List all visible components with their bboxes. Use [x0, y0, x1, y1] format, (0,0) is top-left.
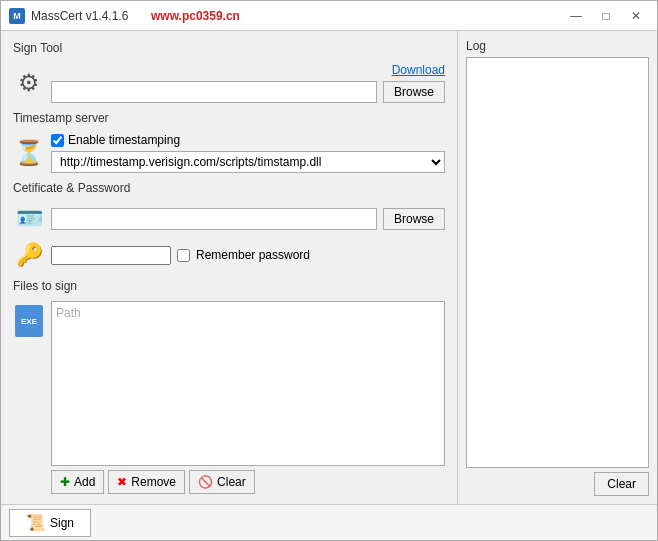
timestamp-label: Timestamp server	[13, 111, 445, 125]
left-panel: Sign Tool ⚙ Download Browse T	[1, 31, 457, 504]
cert-icon: 🪪	[16, 206, 43, 232]
cert-field-row: Browse	[51, 208, 445, 230]
sign-tool-label: Sign Tool	[13, 41, 445, 55]
remove-button[interactable]: ✖ Remove	[108, 470, 185, 494]
bottom-bar: 📜 Sign	[1, 504, 657, 540]
files-row: EXE Path ✚ Add ✖	[13, 301, 445, 494]
files-list-container: Path ✚ Add ✖ Remove	[51, 301, 445, 494]
remove-icon: ✖	[117, 475, 127, 489]
remove-label: Remove	[131, 475, 176, 489]
sign-label: Sign	[50, 516, 74, 530]
log-area	[466, 57, 649, 468]
right-panel: Log Clear	[457, 31, 657, 504]
clear-files-icon: 🚫	[198, 475, 213, 489]
files-actions: ✚ Add ✖ Remove 🚫 Clear	[51, 470, 445, 494]
files-path-placeholder: Path	[56, 306, 81, 320]
timestamp-url-select[interactable]: http://timestamp.verisign.com/scripts/ti…	[51, 151, 445, 173]
enable-timestamp-checkbox[interactable]	[51, 134, 64, 147]
timestamp-row: ⏳ Enable timestamping http://timestamp.v…	[13, 133, 445, 173]
minimize-button[interactable]: —	[563, 6, 589, 26]
exe-icon: EXE	[15, 305, 43, 337]
maximize-button[interactable]: □	[593, 6, 619, 26]
sign-cert-icon: 📜	[26, 513, 46, 532]
main-window: M MassCert v1.4.1.6 www.pc0359.cn — □ ✕ …	[0, 0, 658, 541]
clear-files-button[interactable]: 🚫 Clear	[189, 470, 255, 494]
log-panel: Log Clear	[466, 39, 649, 496]
title-area: MassCert v1.4.1.6 www.pc0359.cn	[31, 9, 563, 23]
main-content: Sign Tool ⚙ Download Browse T	[1, 31, 657, 504]
gear-icon-box: ⚙	[13, 67, 45, 99]
hourglass-icon-box: ⏳	[13, 137, 45, 169]
cert-path-input[interactable]	[51, 208, 377, 230]
add-icon: ✚	[60, 475, 70, 489]
title-bar: M MassCert v1.4.1.6 www.pc0359.cn — □ ✕	[1, 1, 657, 31]
cert-browse-button[interactable]: Browse	[383, 208, 445, 230]
log-label: Log	[466, 39, 649, 53]
app-icon: M	[9, 8, 25, 24]
window-controls: — □ ✕	[563, 6, 649, 26]
sign-tool-content: Download Browse	[51, 63, 445, 103]
files-section: Files to sign EXE Path ✚	[13, 279, 445, 494]
sign-tool-input[interactable]	[51, 81, 377, 103]
sign-tool-section: Sign Tool ⚙ Download Browse	[13, 41, 445, 103]
gear-icon: ⚙	[18, 69, 40, 97]
clear-files-label: Clear	[217, 475, 246, 489]
certificate-section: Cetificate & Password 🪪 Browse 🔑	[13, 181, 445, 271]
enable-timestamp-row: Enable timestamping	[51, 133, 445, 147]
add-label: Add	[74, 475, 95, 489]
sign-button[interactable]: 📜 Sign	[9, 509, 91, 537]
hourglass-icon: ⏳	[14, 139, 44, 167]
remember-password-checkbox[interactable]	[177, 249, 190, 262]
watermark: www.pc0359.cn	[151, 9, 240, 23]
add-button[interactable]: ✚ Add	[51, 470, 104, 494]
key-icon: 🔑	[16, 242, 43, 268]
files-label: Files to sign	[13, 279, 445, 293]
key-icon-box: 🔑	[13, 239, 45, 271]
cert-input-row: 🪪 Browse	[13, 203, 445, 235]
enable-timestamp-label: Enable timestamping	[68, 133, 180, 147]
timestamp-content: Enable timestamping http://timestamp.ver…	[51, 133, 445, 173]
timestamp-section: Timestamp server ⏳ Enable timestamping h…	[13, 111, 445, 173]
certificate-label: Cetificate & Password	[13, 181, 445, 195]
sign-tool-input-row: Browse	[51, 81, 445, 103]
sign-tool-row: ⚙ Download Browse	[13, 63, 445, 103]
password-row: 🔑 Remember password	[13, 239, 445, 271]
files-list: Path	[51, 301, 445, 466]
password-field-row: Remember password	[51, 246, 445, 265]
password-input[interactable]	[51, 246, 171, 265]
download-link[interactable]: Download	[51, 63, 445, 77]
remember-password-label: Remember password	[196, 248, 310, 262]
sign-tool-browse-button[interactable]: Browse	[383, 81, 445, 103]
log-clear-button[interactable]: Clear	[594, 472, 649, 496]
cert-icon-box: 🪪	[13, 203, 45, 235]
close-button[interactable]: ✕	[623, 6, 649, 26]
window-title: MassCert v1.4.1.6	[31, 9, 563, 23]
exe-icon-box: EXE	[13, 305, 45, 337]
